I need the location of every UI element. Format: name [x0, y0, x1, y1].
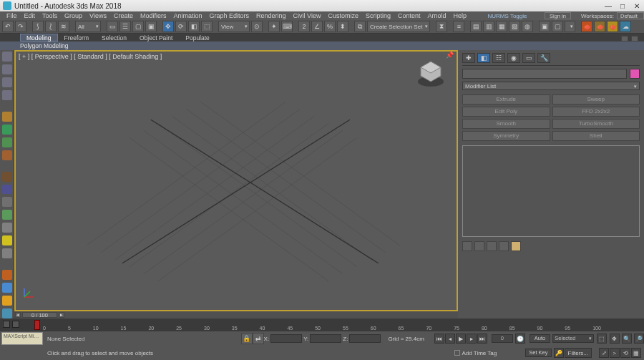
window-crossing-button[interactable]: ▣ [145, 21, 157, 32]
maximize-button[interactable]: □ [615, 1, 630, 11]
explorer-icon[interactable] [2, 52, 12, 62]
menu-modifiers[interactable]: Modifiers [137, 11, 170, 20]
render-setup-button[interactable]: ▣ [539, 21, 550, 32]
stack-remove-button[interactable] [499, 241, 509, 251]
trackbar-keymode-button[interactable] [3, 321, 10, 328]
toggle-ribbon-button[interactable]: ▥ [483, 21, 494, 32]
time-config-button[interactable]: 🕒 [515, 334, 525, 344]
tab-modeling[interactable]: Modeling [20, 34, 58, 42]
key-filters-button[interactable]: Filters... [565, 348, 592, 358]
y-input[interactable] [310, 334, 341, 343]
viewport-perspective[interactable]: [ + ] [ Perspective ] [ Standard ] [ Def… [14, 50, 458, 311]
curve-editor-button[interactable]: ▦ [496, 21, 507, 32]
pan-button[interactable]: ✥ [610, 334, 620, 344]
tab-utilities-icon[interactable]: 🔧 [537, 53, 550, 63]
snap-angle-button[interactable]: ∠ [311, 21, 323, 32]
current-frame-input[interactable]: 0 [492, 334, 513, 343]
selection-filter-dropdown[interactable]: All [75, 21, 101, 32]
object-color-swatch[interactable] [630, 69, 640, 79]
maxscript-listener-2[interactable] [0, 347, 42, 359]
select-place-button[interactable]: ⬚ [201, 21, 213, 32]
modbtn-editpoly[interactable]: Edit Poly [462, 107, 550, 117]
timeslider-prev-button[interactable]: ◂ [15, 312, 21, 318]
use-center-button[interactable]: ⊙ [251, 21, 263, 32]
menu-group[interactable]: Group [61, 11, 86, 20]
teapot-icon[interactable] [2, 235, 12, 245]
tab-create-icon[interactable]: ✚ [462, 53, 475, 63]
workspaces-dropdown[interactable]: Default [617, 12, 644, 19]
layer-explorer-button[interactable]: ▤ [470, 21, 482, 32]
menu-views[interactable]: Views [86, 11, 110, 20]
close-button[interactable]: ✕ [630, 1, 644, 11]
menu-help[interactable]: Help [449, 11, 470, 20]
selection-lock-button[interactable]: 🔒 [241, 333, 253, 344]
keyboard-shortcut-override-button[interactable]: ⌨ [281, 21, 293, 32]
fov-button[interactable]: ＞ [610, 348, 620, 358]
stack-configure-button[interactable] [511, 241, 521, 251]
absrel-toggle-button[interactable]: ⇄ [253, 333, 264, 344]
menu-customize[interactable]: Customize [324, 11, 362, 20]
menu-scripting[interactable]: Scripting [362, 11, 394, 20]
tab-hierarchy-icon[interactable]: ☷ [492, 53, 505, 63]
menu-grapheditors[interactable]: Graph Editors [205, 11, 253, 20]
render-cloud-button[interactable]: ☁ [620, 21, 631, 32]
orbit-button[interactable]: ⟲ [620, 348, 630, 358]
trackbar-current-frame[interactable] [34, 320, 40, 330]
stack-pin-button[interactable] [462, 241, 472, 251]
menu-create[interactable]: Create [110, 11, 137, 20]
modbtn-ffd[interactable]: FFD 2x2x2 [552, 107, 640, 117]
pyramid-icon[interactable] [2, 210, 12, 220]
modifier-stack[interactable] [462, 145, 640, 237]
menu-tools[interactable]: Tools [39, 11, 61, 20]
zoom-region-button[interactable]: 🔎 [634, 334, 644, 344]
crease-icon[interactable] [2, 90, 12, 100]
object-name-input[interactable] [462, 69, 627, 79]
render-activeshade-button[interactable]: 🫖 [607, 21, 618, 32]
light-icon[interactable] [2, 296, 12, 306]
select-region-button[interactable]: ▢ [132, 21, 144, 32]
schematic-view-button[interactable]: ▧ [509, 21, 520, 32]
menu-rendering[interactable]: Rendering [253, 11, 290, 20]
textplus-icon[interactable] [2, 248, 12, 258]
add-time-tag-checkbox[interactable] [454, 350, 460, 356]
modifier-list-dropdown[interactable]: Modifier List [462, 82, 640, 90]
menu-file[interactable]: File [3, 11, 21, 20]
geosphere-icon[interactable] [2, 172, 12, 182]
cone-icon[interactable] [2, 125, 12, 135]
modbtn-symmetry[interactable]: Symmetry [462, 131, 550, 141]
goto-end-button[interactable]: ⏭ [477, 334, 487, 344]
bind-space-warp-button[interactable]: ≋ [58, 21, 69, 32]
align-button[interactable]: ≡ [453, 21, 464, 32]
redo-button[interactable]: ↷ [15, 21, 26, 32]
line-icon[interactable] [2, 270, 12, 280]
rectangle-icon[interactable] [2, 283, 12, 293]
trackbar-filter-button[interactable] [12, 321, 19, 328]
refcoord-dropdown[interactable]: View [218, 21, 250, 32]
tab-populate[interactable]: Populate [179, 34, 216, 42]
ribbon-minimize-button[interactable] [621, 36, 628, 42]
camera-icon[interactable] [2, 308, 12, 318]
render-frame-window-button[interactable]: ▢ [552, 21, 563, 32]
minimize-button[interactable]: — [601, 1, 615, 11]
named-selection-dropdown[interactable]: Create Selection Set [367, 21, 430, 32]
edit-named-selection-button[interactable]: ⧉ [354, 21, 366, 32]
menu-arnold[interactable]: Arnold [424, 11, 449, 20]
goto-start-button[interactable]: ⏮ [434, 334, 444, 344]
zoom-extents-button[interactable]: ⤢ [599, 348, 609, 358]
torus-icon[interactable] [2, 150, 12, 160]
tube-icon[interactable] [2, 197, 12, 207]
time-slider[interactable]: ◂ 0 / 100 ▸ [14, 311, 458, 318]
snap-2d-button[interactable]: 2 [298, 21, 310, 32]
track-bar[interactable]: 0510 152025 303540 455055 606570 758085 … [0, 318, 644, 331]
ribbon-expand-button[interactable] [631, 36, 638, 42]
render-iterative-button[interactable]: 🫖 [594, 21, 605, 32]
snap-percent-button[interactable]: % [324, 21, 336, 32]
next-frame-button[interactable]: ▸ [467, 334, 477, 344]
modbtn-extrude[interactable]: Extrude [462, 94, 550, 104]
sphere-icon[interactable] [2, 137, 12, 147]
x-input[interactable] [270, 334, 302, 343]
setkey-button[interactable]: Set Key [525, 349, 551, 357]
modbtn-shell[interactable]: Shell [552, 131, 640, 141]
menu-edit[interactable]: Edit [21, 11, 39, 20]
play-button[interactable]: ▶ [456, 334, 466, 344]
